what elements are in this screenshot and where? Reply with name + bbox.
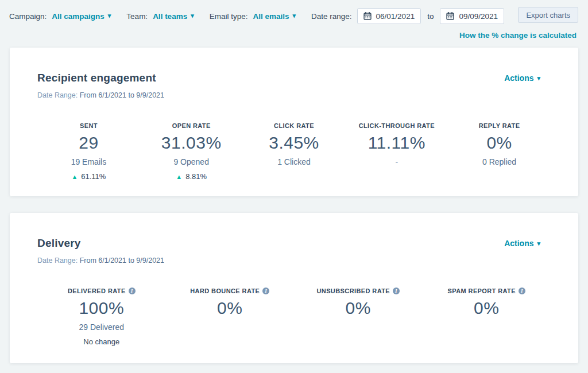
metric-value: 0% [294,298,423,318]
metric-change [294,324,423,332]
metric-change [345,172,448,181]
metric-sent: SENT 29 19 Emails ▲61.11% [37,122,140,181]
metric-label-text: HARD BOUNCE RATE [190,287,260,294]
card-header: Delivery Actions [37,237,551,250]
info-icon[interactable] [519,287,525,294]
metric-value: 11.11% [345,133,448,153]
card-date-range-text: From 6/1/2021 to 9/9/2021 [80,91,164,99]
metric-label: CLICK-THROUGH RATE [345,122,448,129]
actions-dropdown[interactable]: Actions [504,239,540,248]
metric-sub: 19 Emails [37,157,140,166]
metric-sub: 0 Replied [448,157,551,166]
metric-value: 29 [37,133,140,153]
metric-change [423,324,551,332]
metric-label: CLICK RATE [243,122,346,129]
calendar-icon [363,12,372,20]
campaign-filter: Campaign: All campaigns [9,12,111,21]
engagement-metrics-row: SENT 29 19 Emails ▲61.11% OPEN RATE 31.0… [37,122,551,181]
metric-delivered-rate: DELIVERED RATE 100% 29 Delivered No chan… [37,287,166,346]
metric-change: ▲61.11% [37,172,140,181]
card-date-range: Date Range: From 6/1/2021 to 9/9/2021 [37,91,551,99]
metric-hard-bounce-rate: HARD BOUNCE RATE 0% [166,287,295,346]
trend-up-icon: ▲ [176,173,182,180]
metric-sub: 9 Opened [140,157,243,166]
metric-spam-report-rate: SPAM REPORT RATE 0% [423,287,551,346]
metric-label-text: DELIVERED RATE [68,287,126,294]
card-date-range: Date Range: From 6/1/2021 to 9/9/2021 [37,257,551,265]
metric-change-text: 8.81% [185,172,207,181]
card-date-range-label: Date Range: [37,91,78,99]
metric-change [166,324,295,332]
metric-value: 3.45% [243,133,346,153]
date-start-value: 06/01/2021 [376,12,415,21]
email-type-filter: Email type: All emails [210,12,296,21]
email-type-filter-dropdown[interactable]: All emails [253,12,296,21]
metric-label: HARD BOUNCE RATE [166,287,295,294]
metric-sub: 29 Delivered [37,323,166,332]
team-filter: Team: All teams [126,12,194,21]
metric-label: SPAM REPORT RATE [423,287,551,294]
card-title: Delivery [37,237,81,250]
info-icon[interactable] [262,287,269,294]
metric-click-rate: CLICK RATE 3.45% 1 Clicked [243,122,346,181]
pct-change-calculation-link[interactable]: How the % change is calculated [459,31,577,40]
date-start-input[interactable]: 06/01/2021 [357,8,421,24]
metric-value: 0% [166,298,295,318]
metric-change [243,172,346,181]
campaign-filter-label: Campaign: [9,12,47,21]
metric-change: No change [37,337,166,346]
metric-unsubscribed-rate: UNSUBSCRIBED RATE 0% [294,287,423,346]
metric-sub: - [345,157,448,166]
metric-reply-rate: REPLY RATE 0% 0 Replied [448,122,551,181]
metric-sub: 1 Clicked [243,157,346,166]
date-range-filter-label: Date range: [311,12,352,21]
metric-value: 0% [448,133,551,153]
card-date-range-text: From 6/1/2021 to 9/9/2021 [80,257,164,265]
delivery-card: Delivery Actions Date Range: From 6/1/20… [10,213,578,363]
card-title: Recipient engagement [37,72,156,84]
metric-value: 0% [423,298,551,318]
info-icon[interactable] [129,287,136,294]
export-charts-button[interactable]: Export charts [518,7,578,23]
metric-label: DELIVERED RATE [37,287,166,294]
actions-dropdown[interactable]: Actions [504,73,540,83]
card-header: Recipient engagement Actions [37,72,551,84]
date-range-to-label: to [427,12,434,21]
metric-change-text: 61.11% [81,172,106,181]
metric-label: UNSUBSCRIBED RATE [294,287,423,294]
date-end-value: 09/09/2021 [459,12,498,21]
metric-value: 100% [37,298,166,318]
filter-bar: Campaign: All campaigns Team: All teams … [9,7,513,25]
metric-value: 31.03% [140,133,243,153]
card-date-range-label: Date Range: [37,257,78,265]
delivery-metrics-row: DELIVERED RATE 100% 29 Delivered No chan… [37,287,551,346]
metric-label: REPLY RATE [448,122,551,129]
date-range-filter: Date range: 06/01/2021 to [311,8,504,24]
trend-up-icon: ▲ [71,173,78,180]
calendar-icon [446,12,454,20]
campaign-filter-dropdown[interactable]: All campaigns [52,12,111,21]
email-type-filter-label: Email type: [210,12,248,21]
metric-change: ▲8.81% [140,172,243,181]
metric-open-rate: OPEN RATE 31.03% 9 Opened ▲8.81% [140,122,243,181]
metric-change [448,172,551,181]
recipient-engagement-card: Recipient engagement Actions Date Range:… [10,48,578,196]
info-icon[interactable] [393,287,400,294]
metric-label: SENT [37,122,140,129]
team-filter-dropdown[interactable]: All teams [153,12,194,21]
metric-label-text: SPAM REPORT RATE [448,287,516,294]
team-filter-label: Team: [126,12,148,21]
metric-click-through-rate: CLICK-THROUGH RATE 11.11% - [345,122,448,181]
metric-label: OPEN RATE [140,122,243,129]
date-end-input[interactable]: 09/09/2021 [440,8,504,24]
metric-label-text: UNSUBSCRIBED RATE [316,287,390,294]
